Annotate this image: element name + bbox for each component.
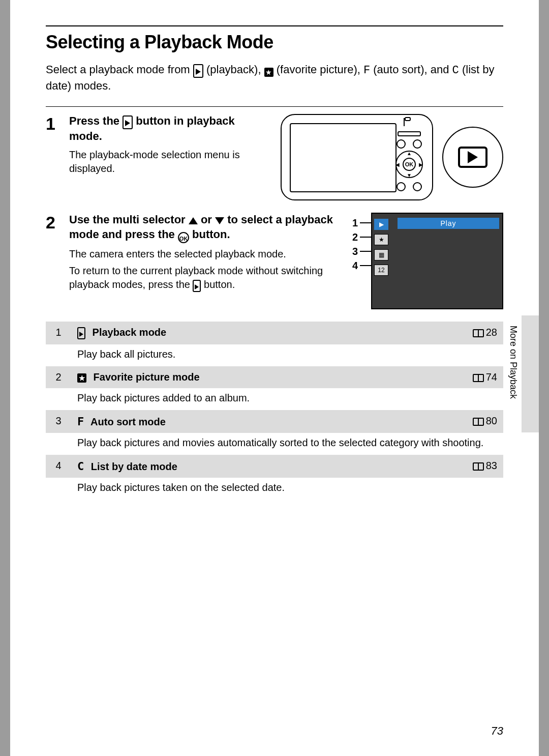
page-ref-num: 83 (486, 460, 497, 471)
step-1-heading: Press the button in playback mode. (69, 114, 270, 144)
step-1: 1 Press the button in playback mode. The… (46, 114, 503, 200)
table-row: 3 F Auto sort mode 80 (46, 410, 503, 433)
lcd-playback-icon: ▶ (374, 219, 388, 230)
mode-name: ★ Favorite picture mode (71, 366, 447, 388)
callout-number: 2 (352, 232, 358, 242)
modes-table: 1 Playback mode 28 Play back all picture… (46, 322, 503, 500)
side-section-label: More on Playback (508, 326, 518, 399)
page-ref: 80 (447, 410, 503, 433)
lcd-screen-icon: Play ▶ ★ ▦ 12 (371, 213, 503, 309)
favorite-icon: ★ (77, 373, 86, 383)
page-ref-num: 28 (486, 327, 497, 338)
callout-number: 1 (352, 218, 358, 228)
ok-button-icon: OK (178, 232, 189, 243)
step-number: 1 (46, 114, 69, 200)
book-icon (473, 462, 484, 471)
step-text: or (201, 213, 215, 226)
lcd-topbar: Play (398, 218, 499, 229)
up-arrow-icon (189, 217, 198, 224)
autosort-symbol: F (77, 415, 84, 428)
lcd-menu-illustration: 1 2 3 4 Play ▶ ★ ▦ 12 (352, 213, 503, 309)
playback-icon (193, 64, 203, 78)
book-icon (473, 374, 484, 382)
page-ref: 83 (447, 455, 503, 478)
mode-desc: Play back pictures added to an album. (71, 388, 503, 410)
mode-number: 4 (46, 455, 71, 478)
page-number: 73 (491, 724, 503, 738)
camera-illustration: OK ▲▼◀▶ (281, 114, 503, 200)
page-ref: 74 (447, 366, 503, 388)
page-ref-num: 80 (486, 415, 497, 426)
callout-number: 3 (352, 246, 358, 256)
table-row: Play back all pictures. (46, 344, 503, 366)
lcd-date-icon: 12 (374, 265, 388, 276)
page-title: Selecting a Playback Mode (46, 32, 503, 53)
table-row: 1 Playback mode 28 (46, 322, 503, 344)
lcd-favorite-icon: ★ (374, 234, 388, 245)
playback-icon (77, 327, 85, 339)
mode-name: C List by date mode (71, 455, 447, 478)
mode-number: 2 (46, 366, 71, 388)
table-row: Play back pictures taken on the selected… (46, 478, 503, 500)
mode-desc: Play back pictures taken on the selected… (71, 478, 503, 500)
mode-name: Playback mode (71, 322, 447, 344)
intro-text: (playback), (206, 63, 264, 76)
page-ref-num: 74 (486, 371, 497, 383)
mode-desc: Play back pictures and movies automatica… (71, 433, 503, 455)
step-2-sub1: The camera enters the selected playback … (69, 247, 345, 261)
playback-icon (193, 280, 201, 292)
step-2-sub2: To return to the current playback mode w… (69, 264, 345, 292)
ok-button-icon: OK (403, 158, 416, 171)
intro-text: (favorite picture), (277, 63, 363, 76)
step-number: 2 (46, 213, 69, 309)
step-2: 2 Use the multi selector or to select a … (46, 213, 503, 309)
autosort-symbol: F (363, 64, 370, 77)
playback-button-zoom-icon (442, 127, 503, 188)
intro-text: Select a playback mode from (46, 63, 193, 76)
step-text: button. (204, 279, 235, 290)
multi-selector-icon: OK ▲▼◀▶ (395, 151, 423, 178)
lcd-autosort-icon: ▦ (374, 249, 388, 260)
listbydate-symbol: C (77, 460, 84, 473)
table-row: Play back pictures added to an album. (46, 388, 503, 410)
camera-body-icon: OK ▲▼◀▶ (281, 114, 433, 200)
mode-name-text: Playback mode (93, 327, 167, 338)
down-arrow-icon (215, 217, 224, 224)
step-text: button. (192, 228, 230, 241)
intro-paragraph: Select a playback mode from (playback), … (46, 62, 503, 93)
intro-text: (auto sort), and (373, 63, 452, 76)
book-icon (473, 329, 484, 337)
table-row: 4 C List by date mode 83 (46, 455, 503, 478)
mode-number: 1 (46, 322, 71, 344)
header-rule (46, 25, 503, 26)
mode-name-text: List by date mode (91, 461, 177, 472)
step-2-heading: Use the multi selector or to select a pl… (69, 213, 345, 243)
table-row: Play back pictures and movies automatica… (46, 433, 503, 455)
mode-desc: Play back all pictures. (71, 344, 503, 366)
book-icon (473, 418, 484, 426)
section-rule (46, 106, 503, 107)
step-1-sub: The playback-mode selection menu is disp… (69, 148, 270, 176)
callout-number: 4 (352, 260, 358, 271)
playback-icon (123, 115, 133, 129)
mode-name: F Auto sort mode (71, 410, 447, 433)
favorite-icon: ★ (264, 68, 273, 77)
mode-number: 3 (46, 410, 71, 433)
side-tab (522, 315, 539, 432)
step-text: Press the (69, 114, 123, 127)
mode-name-text: Favorite picture mode (94, 371, 200, 383)
listbydate-symbol: C (452, 64, 459, 77)
table-row: 2 ★ Favorite picture mode 74 (46, 366, 503, 388)
page-ref: 28 (447, 322, 503, 344)
step-text: Use the multi selector (69, 213, 189, 226)
playback-icon (458, 147, 487, 168)
mode-name-text: Auto sort mode (90, 416, 166, 427)
